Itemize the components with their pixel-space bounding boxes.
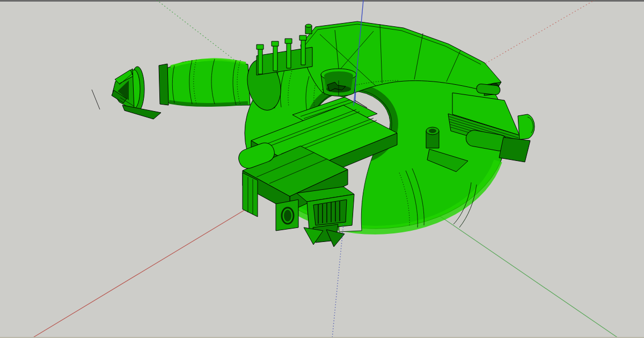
- spacecraft-model[interactable]: [112, 21, 535, 247]
- open-cylinder-bucket: [321, 69, 356, 96]
- model-canvas[interactable]: [0, 0, 644, 338]
- right-end-cap: [518, 114, 535, 139]
- right-step-box: [499, 137, 530, 162]
- arm-collar: [159, 64, 169, 105]
- arm-tube: [164, 60, 250, 106]
- stray-edge-line: [92, 90, 100, 109]
- oval-port-box: [276, 200, 298, 231]
- green-axis-solid: [427, 207, 618, 338]
- slab-end-box: [243, 173, 258, 217]
- viewport-3d[interactable]: [0, 0, 644, 338]
- vertical-cylinder-fitting: [426, 127, 439, 148]
- red-axis-solid: [32, 206, 251, 338]
- red-axis-dotted: [486, 0, 595, 63]
